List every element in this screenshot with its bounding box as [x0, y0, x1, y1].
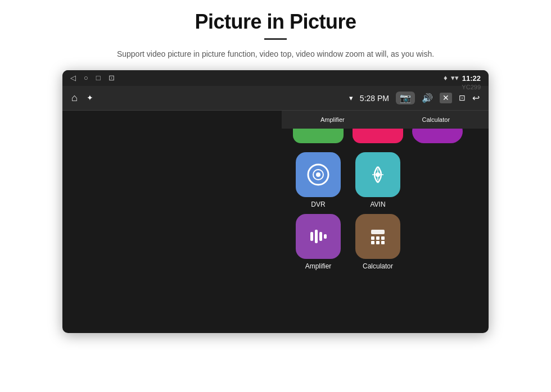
wifi-icon: ▾ [349, 94, 353, 103]
page-subtitle: Support video picture in picture functio… [117, 48, 434, 60]
apps-bottom-labels: Amplifier Calculator [282, 111, 489, 129]
device-frame: ◁ ○ □ ⊡ ♦ ▾▾ 11:22 ⌂ ✦ ▾ 5:28 PM 📷 🔊 [62, 70, 489, 333]
close-nav-icon[interactable]: ✕ [440, 93, 452, 103]
svg-rect-10 [376, 236, 380, 240]
app-item-amplifier[interactable]: Amplifier [293, 214, 344, 270]
status-bar-left: ◁ ○ □ ⊡ [70, 74, 115, 83]
app-item-calculator[interactable]: Calculator [353, 214, 403, 270]
app-item-avin[interactable]: AVIN [353, 152, 403, 208]
amplifier-svg-icon [306, 224, 331, 249]
calculator-bottom-label: Calculator [422, 116, 450, 123]
apps-row-2: Amplifier [293, 214, 477, 270]
avin-label: AVIN [370, 200, 385, 208]
status-bar-right: ♦ ▾▾ 11:22 [444, 74, 481, 83]
apps-grid: DVR AVIN [282, 111, 489, 129]
svg-rect-8 [371, 230, 385, 234]
back-icon[interactable]: ◁ [70, 74, 76, 83]
amplifier-label: Amplifier [305, 262, 332, 270]
nav-time: 5:28 PM [360, 94, 389, 103]
watermark: YC299 [462, 84, 481, 90]
svg-rect-6 [319, 232, 322, 241]
home-icon[interactable]: ○ [84, 74, 88, 83]
dvr-svg-icon [306, 162, 331, 187]
page-wrapper: Picture in Picture Support video picture… [0, 0, 551, 392]
svg-rect-12 [371, 241, 374, 244]
back-nav-icon[interactable]: ↩ [472, 93, 480, 103]
svg-point-2 [316, 172, 320, 177]
page-title: Picture in Picture [195, 10, 356, 34]
amplifier-bottom-label: Amplifier [320, 116, 345, 123]
screenshot-icon[interactable]: ⊡ [109, 74, 115, 83]
location-icon: ♦ [444, 74, 448, 83]
svg-rect-13 [376, 241, 380, 244]
apps-row-1: DVR AVIN [293, 152, 477, 208]
status-time: 11:22 [462, 74, 481, 83]
svg-rect-11 [381, 236, 385, 240]
title-divider [264, 38, 287, 40]
usb-icon: ✦ [87, 93, 93, 103]
svg-rect-4 [310, 232, 313, 241]
nav-bar: ⌂ ✦ ▾ 5:28 PM 📷 🔊 ✕ ⊡ ↩ [62, 86, 489, 111]
avin-icon-box [355, 152, 400, 197]
nav-bar-right: ▾ 5:28 PM 📷 🔊 ✕ ⊡ ↩ [349, 92, 480, 104]
svg-rect-9 [371, 236, 374, 240]
app-item-dvr[interactable]: DVR [293, 152, 344, 208]
svg-rect-7 [324, 234, 327, 239]
calculator-icon-box [355, 214, 400, 259]
dvr-icon-box [296, 152, 341, 197]
svg-rect-5 [315, 230, 318, 243]
volume-icon[interactable]: 🔊 [422, 93, 433, 103]
android-status-bar: ◁ ○ □ ⊡ ♦ ▾▾ 11:22 [62, 70, 489, 86]
recents-icon[interactable]: □ [96, 74, 101, 83]
avin-svg-icon [365, 162, 390, 187]
calculator-svg-icon [365, 224, 390, 249]
dvr-label: DVR [311, 200, 325, 208]
nav-bar-left: ⌂ ✦ [71, 92, 93, 104]
signal-icon: ▾▾ [451, 74, 459, 83]
amplifier-icon-box [296, 214, 341, 259]
pip-icon[interactable]: ⊡ [459, 93, 466, 103]
home-nav-icon[interactable]: ⌂ [71, 92, 78, 104]
svg-rect-14 [381, 241, 385, 244]
camera-icon[interactable]: 📷 [396, 92, 415, 104]
calculator-label: Calculator [363, 262, 393, 270]
